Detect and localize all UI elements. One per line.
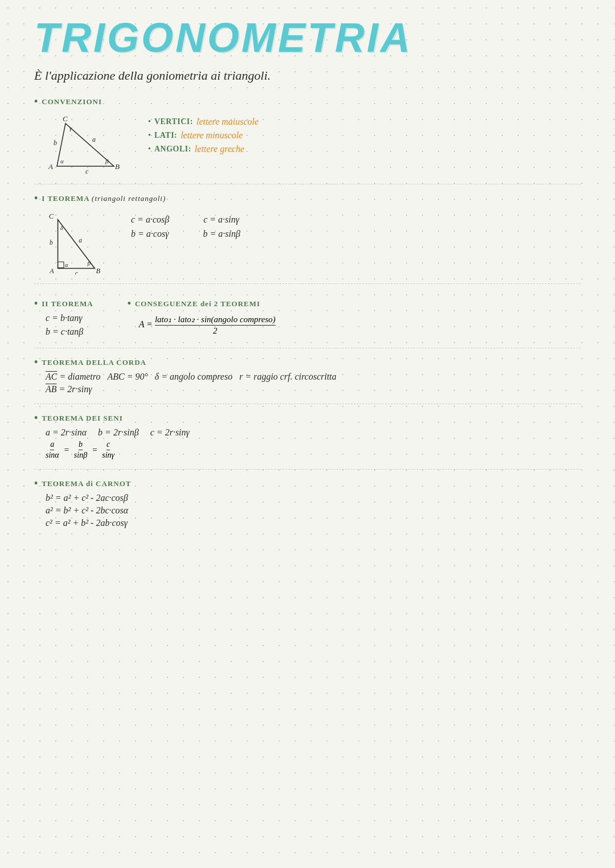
convention-lati: LATI: lettere minuscole — [148, 130, 259, 141]
svg-text:b: b — [50, 239, 53, 246]
fraction-denominator: 2 — [213, 326, 218, 336]
seni-content: a = 2r·sinα b = 2r·sinβ c = 2r·sinγ a si… — [46, 427, 581, 460]
conseguenze-formula: A = lato₁ · lato₂ · sin(angolo compreso)… — [139, 314, 276, 336]
divider-3 — [34, 348, 581, 348]
bullet-icon-2: • — [34, 192, 38, 204]
svg-text:b: b — [54, 139, 57, 147]
formula-block-1: c = a·cosβ c = a·sinγ — [131, 215, 240, 227]
carnot-line-1: b² = a² + c² - 2ac·cosβ — [46, 493, 581, 503]
carnot-header: • TEOREMA di CARNOT — [34, 478, 581, 489]
carnot-content: b² = a² + c² - 2ac·cosβ a² = b² + c² - 2… — [46, 493, 581, 528]
bullet-icon-6: • — [34, 412, 38, 424]
divider-2 — [34, 283, 581, 284]
corda-line-2: AB = 2r·sinγ — [46, 384, 581, 394]
bullet-icon-4: • — [128, 298, 132, 310]
conventions-list: VERTICI: lettere maiuscole LATI: lettere… — [148, 117, 259, 158]
formula-c-cosb: c = a·cosβ — [131, 215, 169, 225]
svg-text:c: c — [85, 167, 89, 175]
svg-text:δ: δ — [60, 225, 63, 231]
svg-text:C: C — [49, 212, 54, 220]
section-convenzioni: • CONVENZIONI A B C c b a α β γ — [34, 96, 581, 175]
first-theorem-layout: A B C c b a α β δ c = a·cosβ c = a·sinγ … — [46, 209, 581, 274]
svg-text:α: α — [65, 262, 68, 268]
triangle-diagram-1: A B C c b a α β γ — [46, 112, 125, 175]
formula-b-tanb: b = c·tanβ — [46, 327, 93, 337]
conseguenze-header: • CONSEGUENZE dei 2 TEOREMI — [128, 298, 276, 310]
secondo-teorema-header: • II TEOREMA — [34, 298, 93, 310]
carnot-line-2: a² = b² + c² - 2bc·cosα — [46, 505, 581, 516]
svg-rect-11 — [58, 262, 64, 268]
svg-text:c: c — [75, 270, 78, 274]
subtitle: È l'applicazione della goniometria ai tr… — [34, 68, 581, 83]
svg-text:B: B — [96, 267, 100, 274]
seni-formula-2: a sinα = b sinβ = c sinγ — [46, 440, 581, 460]
formula-c-tang: c = b·tanγ — [46, 313, 93, 323]
bullet-icon: • — [34, 96, 38, 108]
section-seni: • TEOREMA DEI SENI a = 2r·sinα b = 2r·si… — [34, 412, 581, 460]
section-corda: • TEOREMA DELLA CORDA AC = diametro ABC … — [34, 356, 581, 394]
divider-5 — [34, 469, 581, 470]
secondo-teorema-left: • II TEOREMA c = b·tanγ b = c·tanβ — [34, 292, 93, 339]
section-primo-teorema: • I TEOREMA (triangoli rettangoli) A B C… — [34, 192, 581, 274]
svg-text:γ: γ — [69, 125, 72, 131]
section-secondo-teorema: • II TEOREMA c = b·tanγ b = c·tanβ • CON… — [34, 292, 581, 339]
svg-text:α: α — [60, 158, 64, 164]
bullet-icon-3: • — [34, 298, 38, 310]
convenzioni-header: • CONVENZIONI — [34, 96, 581, 108]
svg-text:C: C — [63, 114, 68, 123]
svg-text:A: A — [48, 162, 53, 171]
primo-teorema-formulas: c = a·cosβ c = a·sinγ b = a·cosγ b = a·s… — [131, 209, 240, 241]
section-carnot: • TEOREMA di CARNOT b² = a² + c² - 2ac·c… — [34, 478, 581, 528]
corda-line-1: AC = diametro ABC = 90° δ = angolo compr… — [46, 372, 581, 382]
svg-text:B: B — [115, 162, 120, 171]
seni-header: • TEOREMA DEI SENI — [34, 412, 581, 424]
area-fraction: lato₁ · lato₂ · sin(angolo compreso) 2 — [155, 314, 276, 336]
primo-teorema-header: • I TEOREMA (triangoli rettangoli) — [34, 192, 581, 204]
convention-vertici: VERTICI: lettere maiuscole — [148, 117, 259, 127]
corda-header: • TEOREMA DELLA CORDA — [34, 356, 581, 368]
seni-formula-1: a = 2r·sinα b = 2r·sinβ c = 2r·sinγ — [46, 427, 581, 438]
formula-b-cosg: b = a·cosγ — [131, 229, 169, 239]
fraction-numerator: lato₁ · lato₂ · sin(angolo compreso) — [155, 314, 276, 326]
convention-angoli: ANGOLI: lettere greche — [148, 144, 259, 154]
corda-content: AC = diametro ABC = 90° δ = angolo compr… — [46, 372, 581, 394]
carnot-line-3: c² = a² + b² - 2ab·cosγ — [46, 518, 581, 528]
conventions-content: A B C c b a α β γ VERTICI: lettere maius… — [46, 112, 581, 175]
page-title: TRIGONOMETRIA — [34, 17, 581, 58]
divider-4 — [34, 404, 581, 404]
svg-text:A: A — [49, 267, 54, 274]
conseguenze-right: • CONSEGUENZE dei 2 TEOREMI A = lato₁ · … — [128, 292, 276, 336]
right-triangle-diagram: A B C c b a α β δ — [46, 209, 108, 274]
formula-block-2: b = a·cosγ b = a·sinβ — [131, 229, 240, 241]
divider-1 — [34, 184, 581, 184]
svg-text:β: β — [105, 158, 109, 164]
svg-text:a: a — [92, 135, 96, 143]
formula-b-sinb: b = a·sinβ — [203, 229, 240, 239]
bullet-icon-5: • — [34, 356, 38, 368]
svg-text:β: β — [87, 260, 91, 266]
formula-c-sing: c = a·sinγ — [203, 215, 239, 225]
svg-text:a: a — [79, 237, 82, 244]
page-content: TRIGONOMETRIA È l'applicazione della gon… — [0, 0, 615, 571]
bullet-icon-7: • — [34, 478, 38, 489]
